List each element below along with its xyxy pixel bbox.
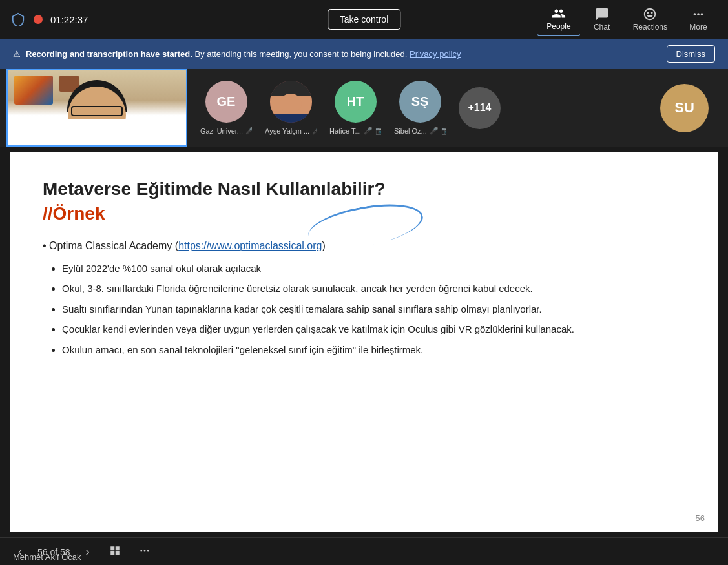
participant-name-ht: Hatice T... 🎤 📷 <box>329 127 381 135</box>
top-bar: 01:22:37 Take control People Chat Reacti… <box>0 0 728 39</box>
mic-icon-ayse: 🎤 <box>312 127 317 135</box>
record-indicator <box>34 15 43 24</box>
grid-view-button[interactable] <box>105 542 125 562</box>
presenter-name: Mehmet Akif Ocak <box>13 552 81 562</box>
person-face <box>8 70 186 145</box>
list-item: Eylül 2022'de %100 sanal okul olarak açı… <box>62 260 685 277</box>
slide-number: 56 <box>696 513 705 523</box>
slide-content: • Optima Classical Academy (https://www.… <box>43 237 685 358</box>
sub-bullets-list: Eylül 2022'de %100 sanal okul olarak açı… <box>43 260 685 358</box>
notification-text: Recording and transcription have started… <box>26 49 661 59</box>
reactions-nav-button[interactable]: Reactions <box>624 3 676 36</box>
dismiss-button[interactable]: Dismiss <box>667 45 716 63</box>
avatar-ayse <box>270 81 312 123</box>
privacy-policy-link[interactable]: Privacy policy <box>410 49 461 59</box>
participant-more: +114 <box>459 87 501 129</box>
slide-title: Metaverse Eğitimde Nasıl Kullanılabilir? <box>43 178 685 201</box>
participant-ss: SŞ Sibel Öz... 🎤 📷 <box>394 81 446 135</box>
list-item: Çocuklar kendi evlerinden veya diğer uyg… <box>62 321 685 338</box>
people-nav-button[interactable]: People <box>537 3 579 36</box>
more-nav-button[interactable]: More <box>679 3 718 36</box>
shield-icon <box>10 12 26 27</box>
participant-ge: GE Gazi Üniver... 🎤 <box>200 81 252 135</box>
take-control-button[interactable]: Take control <box>328 9 400 30</box>
avatar-su: SU <box>660 84 709 132</box>
top-bar-right: People Chat Reactions More <box>537 3 718 36</box>
participant-ayse: Ayşe Yalçın ... 🎤 <box>265 81 317 135</box>
chat-label: Chat <box>594 23 610 32</box>
svg-point-0 <box>140 550 142 551</box>
more-label: More <box>689 23 707 32</box>
video-icon-ss: 📷 <box>441 127 446 135</box>
people-icon <box>552 6 566 21</box>
bullet-main: • Optima Classical Academy (https://www.… <box>43 237 685 254</box>
participant-name-ss: Sibel Öz... 🎤 📷 <box>394 127 446 135</box>
chat-nav-button[interactable]: Chat <box>583 3 621 36</box>
participant-name-ge: Gazi Üniver... 🎤 <box>200 127 252 135</box>
top-bar-left: 01:22:37 <box>10 12 537 27</box>
video-inner <box>8 70 186 145</box>
list-item: Sualtı sınıflarından Yunan tapınaklarına… <box>62 301 685 318</box>
next-slide-button[interactable]: › <box>81 542 95 561</box>
slide-subtitle: //Örnek <box>43 203 685 224</box>
video-thumbnail <box>6 69 187 147</box>
slide-area: Metaverse Eğitimde Nasıl Kullanılabilir?… <box>10 152 718 532</box>
warning-icon: ⚠ <box>13 49 21 59</box>
main-content: Metaverse Eğitimde Nasıl Kullanılabilir?… <box>0 147 728 537</box>
participant-ht: HT Hatice T... 🎤 📷 <box>329 81 381 135</box>
reactions-icon <box>643 7 657 21</box>
participants-bar: GE Gazi Üniver... 🎤 Ayşe Yalçın ... 🎤 HT… <box>0 69 728 147</box>
avatar-ht: HT <box>335 81 377 123</box>
svg-point-2 <box>147 550 149 551</box>
svg-point-1 <box>143 550 145 551</box>
su-avatar-container: SU <box>660 84 709 132</box>
optima-link[interactable]: https://www.optimaclassical.org <box>178 240 322 251</box>
bottom-bar: ‹ 56 of 58 › Mehmet Akif Ocak <box>0 537 728 565</box>
notification-bar: ⚠ Recording and transcription have start… <box>0 39 728 69</box>
participants-list: GE Gazi Üniver... 🎤 Ayşe Yalçın ... 🎤 HT… <box>187 81 660 135</box>
list-item: Okulun amacı, en son sanal teknolojileri… <box>62 342 685 358</box>
video-icon-ht: 📷 <box>375 127 381 135</box>
notification-body: By attending this meeting, you consent t… <box>195 49 408 59</box>
more-options-button[interactable] <box>135 542 154 562</box>
list-item: Okul, 3-8. sınıflardaki Florida öğrencil… <box>62 280 685 297</box>
more-count: +114 <box>459 87 501 129</box>
reactions-label: Reactions <box>633 23 667 32</box>
grid-icon <box>109 545 121 557</box>
notification-bold: Recording and transcription have started… <box>26 49 192 59</box>
call-timer: 01:22:37 <box>50 14 88 25</box>
people-label: People <box>546 22 570 31</box>
avatar-ss: SŞ <box>399 81 441 123</box>
more-dots-icon <box>139 545 151 557</box>
mic-icon-ss: 🎤 <box>430 127 439 135</box>
participant-name-ayse: Ayşe Yalçın ... 🎤 <box>265 127 317 135</box>
mic-icon-ge: 🎤 <box>245 127 252 135</box>
mic-icon-ht: 🎤 <box>364 127 373 135</box>
chat-icon <box>595 7 609 21</box>
more-icon <box>691 7 705 21</box>
avatar-ge: GE <box>205 81 247 123</box>
